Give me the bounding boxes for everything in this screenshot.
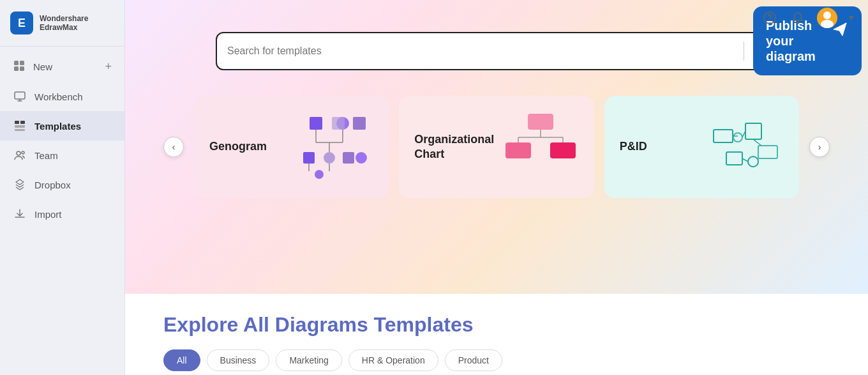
svg-point-43: [748, 157, 758, 167]
explore-title: Explore All Diagrams Templates: [163, 313, 830, 337]
genogram-illustration: [297, 111, 373, 183]
sidebar-team-label: Team: [34, 150, 58, 161]
genogram-label: Genogram: [209, 139, 267, 154]
import-icon: [13, 207, 27, 221]
svg-rect-3: [20, 66, 24, 71]
filter-tab-all[interactable]: All: [163, 349, 200, 371]
search-divider: [744, 42, 744, 61]
svg-point-12: [769, 20, 770, 22]
svg-point-44: [733, 133, 742, 142]
pid-label: P&ID: [620, 139, 647, 154]
sidebar-item-templates[interactable]: Templates: [0, 111, 124, 141]
sidebar-item-new[interactable]: New +: [0, 52, 124, 82]
svg-line-47: [753, 139, 761, 146]
sidebar: E Wondershare EdrawMax New + Workbench: [0, 0, 125, 375]
sidebar-templates-label: Templates: [34, 121, 81, 132]
filter-tab-hr-operation[interactable]: HR & Operation: [348, 349, 438, 371]
sidebar-dropbox-label: Dropbox: [34, 180, 71, 190]
org-chart-label: Organizational Chart: [414, 132, 491, 162]
svg-point-10: [22, 151, 24, 154]
new-plus-icon: +: [105, 60, 112, 73]
template-card-genogram[interactable]: Genogram: [194, 96, 389, 198]
svg-rect-42: [726, 152, 742, 165]
search-container: [163, 26, 830, 70]
svg-rect-32: [528, 114, 553, 130]
pid-illustration: [707, 111, 784, 183]
dropbox-icon: [13, 178, 27, 192]
sidebar-nav: New + Workbench Templates Team: [0, 47, 124, 234]
svg-rect-39: [714, 130, 733, 142]
svg-rect-8: [15, 129, 25, 131]
svg-rect-0: [14, 61, 19, 65]
svg-rect-41: [758, 146, 777, 158]
sidebar-workbench-label: Workbench: [34, 91, 83, 102]
svg-rect-4: [15, 92, 25, 99]
sidebar-item-workbench[interactable]: Workbench: [0, 82, 124, 111]
template-card-pid[interactable]: P&ID: [604, 96, 799, 198]
plus-icon: [13, 59, 26, 74]
svg-point-14: [823, 11, 831, 19]
explore-section: Explore All Diagrams Templates All Busin…: [125, 294, 868, 375]
svg-rect-17: [310, 117, 322, 130]
search-bar: [216, 32, 777, 70]
svg-rect-5: [15, 121, 19, 124]
svg-rect-7: [15, 125, 25, 128]
user-avatar[interactable]: [817, 8, 837, 28]
svg-rect-1: [20, 61, 24, 65]
sidebar-item-dropbox[interactable]: Dropbox: [0, 170, 124, 199]
svg-rect-40: [745, 123, 761, 139]
org-chart-illustration: [502, 111, 579, 183]
svg-point-26: [324, 152, 335, 164]
search-input[interactable]: [227, 45, 736, 57]
product-name: EdrawMax: [40, 23, 88, 32]
svg-rect-19: [332, 117, 345, 130]
top-bar: ▼: [748, 0, 868, 36]
svg-rect-27: [343, 152, 354, 164]
brand-name: Wondershare: [40, 14, 88, 23]
svg-line-48: [742, 158, 748, 162]
app-logo: E Wondershare EdrawMax: [0, 0, 124, 47]
help-button[interactable]: [761, 9, 779, 27]
template-icon: [13, 119, 27, 133]
svg-rect-33: [505, 142, 531, 158]
svg-rect-6: [20, 121, 25, 124]
notification-button[interactable]: [789, 9, 807, 27]
sidebar-item-import[interactable]: Import: [0, 199, 124, 229]
svg-rect-34: [550, 142, 576, 158]
svg-point-9: [17, 151, 20, 155]
svg-point-31: [315, 170, 324, 179]
sidebar-new-label: New: [33, 61, 52, 72]
sidebar-item-team[interactable]: Team: [0, 141, 124, 170]
svg-rect-20: [353, 117, 366, 130]
next-arrow[interactable]: ›: [809, 137, 830, 157]
svg-point-28: [355, 152, 367, 164]
avatar-dropdown-icon[interactable]: ▼: [848, 13, 855, 22]
hero-section: ‹ Genogram: [125, 0, 868, 294]
template-card-org-chart[interactable]: Organizational Chart: [399, 96, 594, 198]
svg-rect-2: [14, 66, 19, 71]
filter-tab-product[interactable]: Product: [445, 349, 502, 371]
filter-tabs: All Business Marketing HR & Operation Pr…: [163, 349, 830, 371]
monitor-icon: [13, 89, 27, 103]
prev-arrow[interactable]: ‹: [163, 137, 184, 157]
team-icon: [13, 148, 27, 162]
templates-row: ‹ Genogram: [163, 96, 830, 198]
cards-container: Genogram: [194, 96, 799, 198]
svg-rect-25: [303, 152, 315, 164]
filter-tab-business[interactable]: Business: [207, 349, 270, 371]
filter-tab-marketing[interactable]: Marketing: [276, 349, 341, 371]
sidebar-import-label: Import: [34, 209, 62, 220]
main-content: ▼ ‹ Genogram: [125, 0, 868, 375]
logo-icon: E: [10, 11, 33, 34]
